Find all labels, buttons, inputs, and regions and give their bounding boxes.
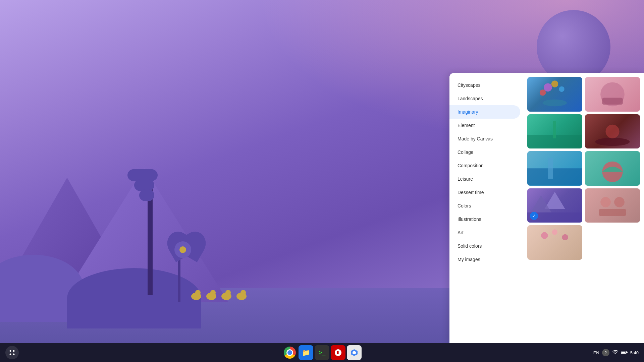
category-item-art[interactable]: Art — [449, 226, 520, 239]
category-item-cityscapes[interactable]: Cityscapes — [449, 78, 520, 92]
svg-rect-8 — [553, 121, 556, 138]
duck-3 — [221, 293, 231, 300]
category-item-leisure[interactable]: Leisure — [449, 172, 520, 186]
svg-point-21 — [552, 229, 557, 235]
battery-icon — [621, 350, 628, 356]
svg-point-24 — [13, 350, 15, 352]
svg-point-17 — [600, 197, 611, 207]
canvas-app-icon[interactable] — [347, 345, 362, 360]
svg-rect-6 — [602, 98, 623, 105]
svg-rect-30 — [621, 352, 626, 353]
category-item-solid-colors[interactable]: Solid colors — [449, 239, 520, 253]
wallpaper-thumb-5[interactable] — [527, 151, 582, 186]
wallpaper-thumb-7[interactable]: ✓ — [527, 188, 582, 223]
wallpaper-thumb-8[interactable] — [585, 188, 640, 223]
taskbar-apps: 📁 >_ — [282, 345, 362, 360]
svg-rect-31 — [626, 352, 627, 353]
wallpaper-thumb-9[interactable] — [527, 225, 582, 260]
terminal-app-icon[interactable]: >_ — [315, 345, 329, 360]
category-item-collage[interactable]: Collage — [449, 145, 520, 159]
wallpaper-thumb-3[interactable] — [527, 114, 582, 149]
svg-point-20 — [541, 232, 548, 239]
category-item-dessert-time[interactable]: Dessert time — [449, 186, 520, 199]
taskbar: 📁 >_ EN ? — [0, 343, 644, 362]
category-item-illustrations[interactable]: Illustrations — [449, 213, 520, 226]
clock: 5:40 — [630, 350, 639, 355]
svg-point-1 — [551, 80, 558, 87]
category-list: CityscapesLandscapesImaginaryElementMade… — [449, 73, 523, 343]
wifi-icon — [612, 349, 618, 356]
category-item-element[interactable]: Element — [449, 119, 520, 132]
svg-point-2 — [559, 86, 564, 92]
language-indicator: EN — [593, 350, 599, 355]
wallpaper-picker-panel: CityscapesLandscapesImaginaryElementMade… — [449, 73, 644, 343]
taskbar-left — [5, 346, 19, 359]
wallpaper-thumb-2[interactable] — [585, 77, 640, 112]
svg-point-4 — [543, 100, 567, 107]
category-item-my-images[interactable]: My images — [449, 253, 520, 266]
svg-rect-19 — [599, 209, 626, 216]
svg-point-18 — [614, 197, 625, 207]
selected-checkmark: ✓ — [530, 212, 538, 220]
files-app-icon[interactable]: 📁 — [299, 345, 313, 360]
svg-point-25 — [10, 354, 11, 355]
duck-2 — [206, 293, 216, 300]
notification-dot[interactable]: ? — [602, 349, 609, 356]
stadia-app-icon[interactable] — [331, 345, 345, 360]
svg-rect-12 — [548, 158, 553, 179]
image-grid: ✓ — [523, 73, 644, 343]
svg-point-23 — [10, 350, 11, 352]
wallpaper-thumb-6[interactable] — [585, 151, 640, 186]
chrome-app-icon[interactable] — [282, 345, 297, 360]
svg-point-26 — [13, 354, 15, 355]
wallpaper-thumb-1[interactable] — [527, 77, 582, 112]
duck-1 — [191, 293, 201, 300]
svg-point-0 — [544, 83, 552, 92]
taskbar-right: EN ? 5:40 — [593, 349, 639, 356]
category-item-landscapes[interactable]: Landscapes — [449, 92, 520, 105]
wallpaper-thumb-4[interactable] — [585, 114, 640, 149]
category-item-colors[interactable]: Colors — [449, 199, 520, 213]
duck-4 — [236, 293, 247, 300]
svg-point-10 — [606, 124, 620, 138]
launcher-button[interactable] — [5, 346, 19, 359]
category-item-composition[interactable]: Composition — [449, 159, 520, 172]
svg-rect-11 — [527, 168, 582, 185]
category-item-made-by-canvas[interactable]: Made by Canvas — [449, 132, 520, 145]
svg-point-3 — [540, 89, 546, 96]
category-item-imaginary[interactable]: Imaginary — [449, 105, 520, 119]
svg-point-9 — [595, 137, 630, 146]
svg-point-22 — [562, 234, 568, 240]
